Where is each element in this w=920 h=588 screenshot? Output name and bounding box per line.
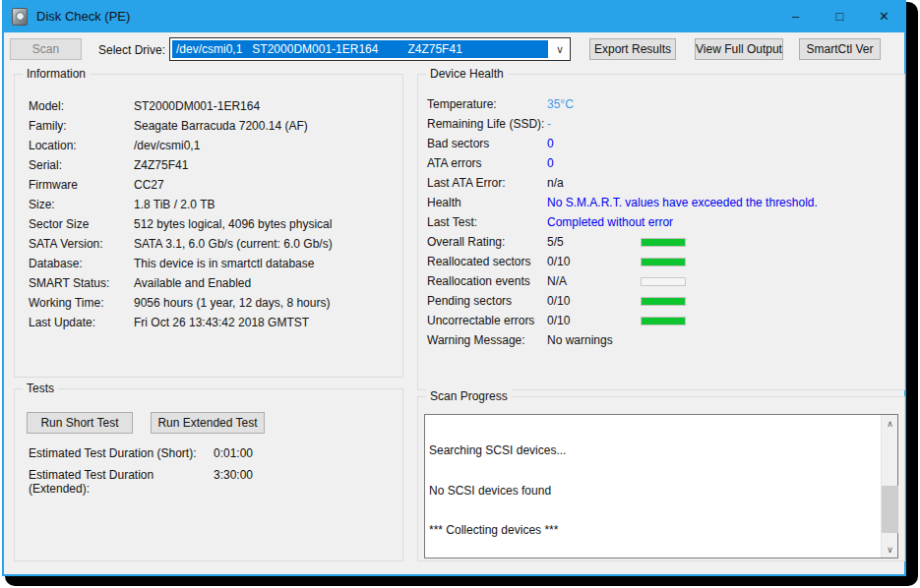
health-value: 0: [547, 137, 641, 150]
health-value: 5/5: [547, 235, 641, 249]
health-row-reallocated-sectors: Reallocated sectors0/10: [427, 255, 686, 268]
close-button[interactable]: ✕: [862, 0, 906, 32]
info-label: Sector Size: [29, 217, 134, 231]
health-label: Reallocated sectors: [427, 255, 547, 268]
title-bar[interactable]: Disk Check (PE) – □ ✕: [2, 0, 906, 32]
info-value: 9056 hours (1 year, 12 days, 8 hours): [134, 296, 330, 310]
info-value: Available and Enabled: [134, 276, 251, 290]
app-icon: [12, 8, 28, 26]
view-full-output-button[interactable]: View Full Output: [695, 38, 783, 60]
duration-short-value: 0:01:00: [214, 446, 253, 460]
info-value: ST2000DM001-1ER164: [134, 99, 260, 113]
rating-bar: [641, 297, 686, 306]
info-value: CC27: [134, 178, 164, 192]
duration-extended-row: Estimated Test Duration (Extended): 3:30…: [29, 468, 253, 496]
health-row-overall-rating: Overall Rating:5/5: [427, 235, 686, 249]
health-value: 0/10: [547, 294, 641, 308]
health-label: Pending sectors: [427, 294, 547, 308]
info-label: Size:: [29, 198, 134, 211]
scroll-down-icon[interactable]: ∨: [882, 541, 898, 558]
health-value: n/a: [547, 176, 641, 190]
health-row-reallocation-events: Reallocation eventsN/A: [427, 274, 686, 288]
scan-log-line: *** Collecting devices ***: [429, 524, 878, 538]
info-value: Seagate Barracuda 7200.14 (AF): [134, 119, 308, 133]
run-short-test-button[interactable]: Run Short Test: [27, 412, 133, 434]
info-row-location: Location:/dev/csmi0,1: [29, 139, 200, 152]
minimize-icon: –: [792, 9, 799, 24]
health-label: Remaining Life (SSD):: [427, 117, 547, 131]
run-extended-test-button[interactable]: Run Extended Test: [151, 412, 265, 434]
info-label: Database:: [29, 257, 134, 270]
drive-select-dropdown[interactable]: /dev/csmi0,1 ST2000DM001-1ER164 Z4Z75F41…: [169, 37, 571, 61]
scan-log-line: No SCSI devices found: [429, 485, 878, 499]
info-value: 512 bytes logical, 4096 bytes physical: [134, 217, 332, 231]
health-value: 0: [547, 156, 641, 170]
health-value: N/A: [547, 274, 641, 288]
health-label: Temperature:: [427, 97, 547, 111]
health-row-last-ata-error: Last ATA Error:n/a: [427, 176, 641, 190]
scrollbar-thumb[interactable]: [882, 486, 898, 533]
info-row-model: Model:ST2000DM001-1ER164: [29, 99, 260, 113]
disk-check-window: Disk Check (PE) – □ ✕ Scan Select Drive:…: [2, 0, 906, 576]
scroll-up-icon[interactable]: ∧: [882, 415, 898, 432]
health-label: Last ATA Error:: [427, 176, 547, 190]
health-row-uncorrectable-errors: Uncorrectable errors0/10: [427, 314, 686, 327]
info-label: Serial:: [29, 158, 134, 172]
vertical-scrollbar[interactable]: ∧ ∨: [881, 415, 897, 558]
duration-short-label: Estimated Test Duration (Short):: [29, 446, 214, 460]
info-value: This device is in smartctl database: [134, 257, 314, 270]
health-label: Uncorrectable errors: [427, 314, 547, 327]
info-label: Model:: [29, 99, 134, 113]
info-value: 1.8 TiB / 2.0 TB: [134, 198, 215, 211]
info-label: Working Time:: [29, 296, 134, 310]
scan-progress-group: Scan Progress Searching SCSI devices... …: [417, 396, 905, 561]
health-value: No S.M.A.R.T. values have exceeded the t…: [547, 196, 818, 209]
info-row-sata-version: SATA Version:SATA 3.1, 6.0 Gb/s (current…: [29, 237, 333, 251]
health-label: Last Test:: [427, 215, 547, 229]
health-label: Health: [427, 196, 547, 209]
info-label: Last Update:: [29, 316, 134, 329]
info-value: SATA 3.1, 6.0 Gb/s (current: 6.0 Gb/s): [134, 237, 333, 251]
chevron-down-icon[interactable]: ∨: [550, 38, 570, 60]
info-label: Location:: [29, 139, 134, 152]
duration-short-row: Estimated Test Duration (Short): 0:01:00: [29, 446, 253, 460]
info-row-last-update: Last Update:Fri Oct 26 13:43:42 2018 GMT…: [29, 316, 309, 329]
tests-group-title: Tests: [23, 382, 58, 395]
window-controls: – □ ✕: [773, 0, 906, 32]
close-icon: ✕: [879, 9, 889, 24]
scan-progress-group-title: Scan Progress: [426, 389, 512, 403]
health-value: No warnings: [547, 333, 613, 347]
health-label: ATA errors: [427, 156, 547, 170]
scan-log-lines: Searching SCSI devices... No SCSI device…: [429, 418, 878, 555]
device-health-group-title: Device Health: [426, 67, 508, 81]
device-health-group: Device Health Temperature:35°C Remaining…: [417, 74, 905, 390]
rating-bar: [641, 317, 686, 325]
maximize-button[interactable]: □: [818, 0, 862, 32]
health-row-pending-sectors: Pending sectors0/10: [427, 294, 686, 308]
information-group-title: Information: [23, 67, 90, 81]
window-title: Disk Check (PE): [36, 9, 130, 24]
info-row-sector-size: Sector Size512 bytes logical, 4096 bytes…: [29, 217, 332, 231]
scan-log-textbox[interactable]: Searching SCSI devices... No SCSI device…: [424, 414, 898, 559]
export-results-button[interactable]: Export Results: [589, 38, 676, 60]
maximize-icon: □: [836, 9, 844, 24]
info-row-working-time: Working Time:9056 hours (1 year, 12 days…: [29, 296, 330, 310]
info-row-firmware: FirmwareCC27: [29, 178, 164, 192]
select-drive-label: Select Drive:: [98, 43, 165, 57]
health-label: Warning Message:: [427, 333, 547, 347]
health-row-warning-message: Warning Message:No warnings: [427, 333, 613, 347]
smartctl-ver-button[interactable]: SmartCtl Ver: [799, 38, 881, 60]
info-label: Firmware: [29, 178, 134, 192]
minimize-button[interactable]: –: [773, 0, 818, 32]
info-label: SMART Status:: [29, 276, 134, 290]
scan-log-line: Searching SCSI devices...: [429, 444, 878, 458]
duration-extended-label: Estimated Test Duration (Extended):: [29, 468, 214, 496]
health-value: 0/10: [547, 314, 641, 327]
info-row-database: Database:This device is in smartctl data…: [29, 257, 314, 270]
health-value: Completed without error: [547, 215, 673, 229]
scan-button[interactable]: Scan: [10, 38, 82, 60]
health-value: -: [547, 117, 641, 131]
information-group: Information Model:ST2000DM001-1ER164 Fam…: [14, 74, 403, 378]
health-value: 0/10: [547, 255, 641, 268]
health-row-remaining-life: Remaining Life (SSD):-: [427, 117, 641, 131]
